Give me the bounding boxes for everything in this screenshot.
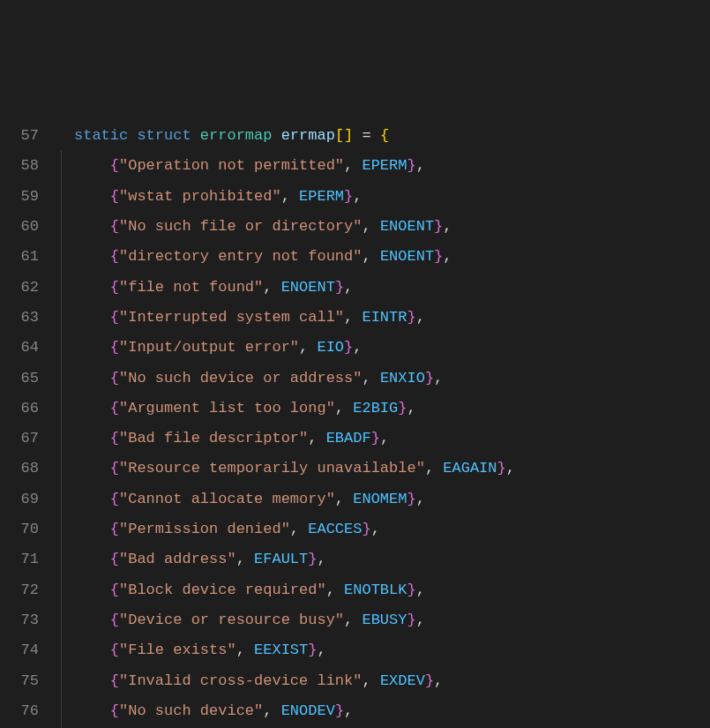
comma: , [263,702,280,719]
comma: , [236,551,254,567]
code-content[interactable]: static struct errormap errmap[] = { {"Op… [74,121,710,728]
constant: E2BIG [353,400,398,417]
brace: { [110,370,119,387]
comma: , [299,339,317,356]
brace: } [434,248,443,265]
constant: ENOENT [281,279,335,296]
line-number: 75 [0,666,39,696]
code-line[interactable]: {"Device or resource busy", EBUSY}, [74,605,710,635]
line-number: 69 [0,484,39,514]
code-line[interactable]: {"Cannot allocate memory", ENOMEM}, [74,484,710,514]
code-line[interactable]: static struct errormap errmap[] = { [74,121,710,151]
brace: { [110,430,119,447]
line-number: 76 [0,696,39,726]
code-line[interactable]: {"Operation not permitted", EPERM}, [74,151,710,181]
brace: } [434,218,443,235]
line-number: 57 [0,121,39,151]
code-line[interactable]: {"Block device required", ENOTBLK}, [74,575,710,605]
code-line[interactable]: {"Permission denied", EACCES}, [74,514,710,544]
comma: , [353,188,362,205]
code-line[interactable]: {"Resource temporarily unavailable", EAG… [74,454,710,484]
keyword: static [74,127,128,144]
line-number: 58 [0,151,39,181]
line-number: 66 [0,394,39,424]
indent-guide [55,121,74,728]
brace: } [497,460,506,477]
line-number: 60 [0,212,39,242]
brace: } [362,521,370,537]
code-line[interactable]: {"No such file or directory", ENOENT}, [74,212,710,242]
line-number: 68 [0,454,39,484]
code-line[interactable]: {"Input/output error", EIO}, [74,333,710,363]
string-literal: "Bad file descriptor" [119,430,308,447]
code-line[interactable]: {"Bad address", EFAULT}, [74,544,710,574]
line-number: 62 [0,273,39,303]
comma: , [443,218,452,235]
brace: { [110,218,119,235]
comma: , [344,279,353,296]
constant: EPERM [299,188,344,205]
brace: { [110,248,119,265]
code-line[interactable]: {"No such device", ENODEV}, [74,696,710,726]
brace: { [110,582,119,598]
constant: EXDEV [380,672,425,689]
string-literal: "Bad address" [119,551,236,567]
comma: , [317,551,325,567]
brace: { [110,672,119,689]
code-line[interactable]: {"Bad file descriptor", EBADF}, [74,424,710,454]
constant: ENOENT [380,218,434,235]
comma: , [344,702,353,719]
string-literal: "Cannot allocate memory" [119,491,335,507]
brace: } [425,672,434,689]
string-literal: "Device or resource busy" [119,612,344,628]
code-line[interactable]: {"file not found", ENOENT}, [74,273,710,303]
brace: { [110,612,119,628]
string-literal: "File exists" [119,642,236,658]
constant: EINTR [362,309,407,326]
brace: { [110,339,119,356]
comma: , [344,612,362,628]
comma: , [380,430,389,447]
comma: , [416,309,425,326]
code-line[interactable]: {"Argument list too long", E2BIG}, [74,394,710,424]
comma: , [308,430,325,447]
line-number: 73 [0,605,39,635]
code-line[interactable]: {"No such device or address", ENXIO}, [74,364,710,394]
comma: , [335,400,353,417]
constant: EACCES [308,521,362,537]
bracket: ] [344,127,353,144]
code-line[interactable]: {"Interrupted system call", EINTR}, [74,303,710,333]
constant: EBUSY [362,612,407,628]
brace: { [110,491,119,507]
code-editor[interactable]: 5758596061626364656667686970717273747576… [0,121,710,728]
comma: , [335,491,353,507]
code-line[interactable]: {"File exists", EEXIST}, [74,635,710,665]
string-literal: "wstat prohibited" [119,188,281,205]
code-line[interactable]: {"directory entry not found", ENOENT}, [74,242,710,272]
constant: EBADF [326,430,371,447]
comma: , [416,612,425,628]
comma: , [263,279,280,296]
string-literal: "file not found" [119,279,263,296]
code-line[interactable]: {"wstat prohibited", EPERM}, [74,182,710,212]
string-literal: "Argument list too long" [119,400,335,417]
brace: } [425,370,434,387]
keyword: struct [137,127,191,144]
comma: , [416,582,425,598]
string-literal: "Block device required" [119,582,326,598]
line-number: 72 [0,575,39,605]
code-line[interactable]: {"Invalid cross-device link", EXDEV}, [74,666,710,696]
comma: , [416,491,425,507]
brace: } [344,188,353,205]
comma: , [290,521,308,537]
line-number: 63 [0,303,39,333]
line-number: 65 [0,364,39,394]
brace: } [335,279,344,296]
constant: ENXIO [380,370,425,387]
comma: , [353,339,362,356]
constant: EAGAIN [443,460,497,477]
brace: } [308,642,317,658]
comma: , [506,460,515,477]
brace: { [110,460,119,477]
brace: } [308,551,317,567]
